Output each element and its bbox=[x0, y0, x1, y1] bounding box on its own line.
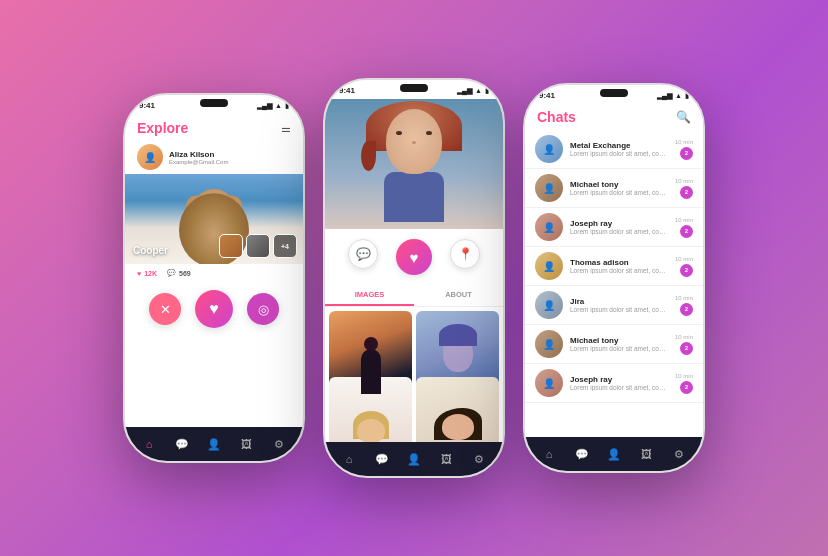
chat-badge-0: 2 bbox=[680, 147, 693, 160]
nav-home-1[interactable]: ⌂ bbox=[138, 433, 160, 455]
chat-item-2[interactable]: 👤 Joseph ray Lorem ipsum dolor sit amet,… bbox=[525, 208, 703, 247]
chat-preview-4: Lorem ipsum dolor sit amet, consectetur … bbox=[570, 306, 668, 313]
wifi-icon-3: ▲ bbox=[675, 92, 682, 99]
heart-button[interactable]: ♥ bbox=[396, 239, 432, 275]
nav-gallery-3[interactable]: 🖼 bbox=[635, 443, 657, 465]
chat-info-5: Michael tony Lorem ipsum dolor sit amet,… bbox=[570, 336, 668, 352]
girl-body bbox=[384, 172, 444, 222]
chat-list: 👤 Metal Exchange Lorem ipsum dolor sit a… bbox=[525, 130, 703, 437]
thumb-1[interactable] bbox=[219, 234, 243, 258]
nav-profile-2[interactable]: 👤 bbox=[403, 448, 425, 470]
chat-time-4: 10 min bbox=[675, 295, 693, 301]
battery-icon: ▮ bbox=[285, 102, 289, 110]
chat-time-6: 10 min bbox=[675, 373, 693, 379]
chat-avatar-3: 👤 bbox=[535, 252, 563, 280]
chat-info-1: Michael tony Lorem ipsum dolor sit amet,… bbox=[570, 180, 668, 196]
user-avatar: 👤 bbox=[137, 144, 163, 170]
chat-avatar-6: 👤 bbox=[535, 369, 563, 397]
chat-info-0: Metal Exchange Lorem ipsum dolor sit ame… bbox=[570, 141, 668, 157]
profile-tabs: IMAGES ABOUT bbox=[325, 285, 503, 307]
signal-icon-3: ▂▄▆ bbox=[657, 92, 672, 100]
instagram-button[interactable]: ◎ bbox=[247, 293, 279, 325]
girl-face bbox=[386, 109, 442, 174]
chat-item-4[interactable]: 👤 Jira Lorem ipsum dolor sit amet, conse… bbox=[525, 286, 703, 325]
nav-gallery-2[interactable]: 🖼 bbox=[435, 448, 457, 470]
chat-time-1: 10 min bbox=[675, 178, 693, 184]
chat-info-2: Joseph ray Lorem ipsum dolor sit amet, c… bbox=[570, 219, 668, 235]
chat-time-3: 10 min bbox=[675, 256, 693, 262]
status-icons-3: ▂▄▆ ▲ ▮ bbox=[657, 92, 689, 100]
nav-profile-1[interactable]: 👤 bbox=[203, 433, 225, 455]
chat-time-0: 10 min bbox=[675, 139, 693, 145]
chat-preview-2: Lorem ipsum dolor sit amet, consectetur … bbox=[570, 228, 668, 235]
chat-badge-6: 2 bbox=[680, 381, 693, 394]
notch-camera-2 bbox=[400, 84, 428, 92]
chat-name-4: Jira bbox=[570, 297, 668, 306]
chat-info-3: Thomas adison Lorem ipsum dolor sit amet… bbox=[570, 258, 668, 274]
chat-name-2: Joseph ray bbox=[570, 219, 668, 228]
chat-preview-3: Lorem ipsum dolor sit amet, consectetur … bbox=[570, 267, 668, 274]
location-button[interactable]: 📍 bbox=[450, 239, 480, 269]
filter-icon[interactable]: ⚌ bbox=[281, 122, 291, 135]
nav-settings-2[interactable]: ⚙ bbox=[468, 448, 490, 470]
nav-chat-3[interactable]: 💬 bbox=[571, 443, 593, 465]
stats-bar: ♥ 12K 💬 569 bbox=[125, 264, 303, 282]
thumb-more[interactable]: +4 bbox=[273, 234, 297, 258]
thumb-2[interactable] bbox=[246, 234, 270, 258]
photo-4[interactable] bbox=[416, 377, 499, 443]
wifi-icon: ▲ bbox=[275, 102, 282, 109]
chat-name-0: Metal Exchange bbox=[570, 141, 668, 150]
battery-icon-2: ▮ bbox=[485, 87, 489, 95]
chat-name-5: Michael tony bbox=[570, 336, 668, 345]
nav-home-2[interactable]: ⌂ bbox=[338, 448, 360, 470]
chat-item-1[interactable]: 👤 Michael tony Lorem ipsum dolor sit ame… bbox=[525, 169, 703, 208]
chat-item-0[interactable]: 👤 Metal Exchange Lorem ipsum dolor sit a… bbox=[525, 130, 703, 169]
like-button[interactable]: ♥ bbox=[195, 290, 233, 328]
pet-photo: Cooper +4 bbox=[125, 174, 303, 264]
chat-preview-5: Lorem ipsum dolor sit amet, consectetur … bbox=[570, 345, 668, 352]
battery-icon-3: ▮ bbox=[685, 92, 689, 100]
nav-chat-1[interactable]: 💬 bbox=[171, 433, 193, 455]
bottom-nav-1: ⌂ 💬 👤 🖼 ⚙ bbox=[125, 427, 303, 461]
time-3: 9:41 bbox=[539, 91, 555, 100]
phone-explore: 9:41 ▂▄▆ ▲ ▮ Explore ⚌ 👤 Aliza Kilson Ex… bbox=[123, 93, 305, 463]
chat-badge-4: 2 bbox=[680, 303, 693, 316]
bottom-nav-2: ⌂ 💬 👤 🖼 ⚙ bbox=[325, 442, 503, 476]
tab-about[interactable]: ABOUT bbox=[414, 285, 503, 306]
chat-avatar-5: 👤 bbox=[535, 330, 563, 358]
chat-meta-5: 10 min 2 bbox=[675, 334, 693, 355]
status-icons-1: ▂▄▆ ▲ ▮ bbox=[257, 102, 289, 110]
chat-preview-6: Lorem ipsum dolor sit amet, consectetur bbox=[570, 384, 668, 391]
nav-chat-2[interactable]: 💬 bbox=[371, 448, 393, 470]
explore-screen: Explore ⚌ 👤 Aliza Kilson Example@Gmail.C… bbox=[125, 114, 303, 427]
phone-chats: 9:41 ▂▄▆ ▲ ▮ Chats 🔍 👤 Metal Exchange Lo… bbox=[523, 83, 705, 473]
heart-icon: ♥ bbox=[137, 270, 141, 277]
chats-header: Chats 🔍 bbox=[525, 104, 703, 130]
chat-preview-1: Lorem ipsum dolor sit amet, consectetur … bbox=[570, 189, 668, 196]
nav-gallery-1[interactable]: 🖼 bbox=[235, 433, 257, 455]
nav-settings-1[interactable]: ⚙ bbox=[268, 433, 290, 455]
nav-profile-3[interactable]: 👤 bbox=[603, 443, 625, 465]
chat-item-3[interactable]: 👤 Thomas adison Lorem ipsum dolor sit am… bbox=[525, 247, 703, 286]
signal-icon: ▂▄▆ bbox=[257, 102, 272, 110]
profile-girl bbox=[374, 104, 454, 229]
image-grid bbox=[325, 307, 503, 442]
chats-title: Chats bbox=[537, 109, 576, 125]
chat-avatar-4: 👤 bbox=[535, 291, 563, 319]
chats-screen: Chats 🔍 👤 Metal Exchange Lorem ipsum dol… bbox=[525, 104, 703, 437]
chat-avatar-2: 👤 bbox=[535, 213, 563, 241]
nav-home-3[interactable]: ⌂ bbox=[538, 443, 560, 465]
search-icon[interactable]: 🔍 bbox=[676, 110, 691, 124]
chat-item-6[interactable]: 👤 Joseph ray Lorem ipsum dolor sit amet,… bbox=[525, 364, 703, 403]
nav-settings-3[interactable]: ⚙ bbox=[668, 443, 690, 465]
dislike-button[interactable]: ✕ bbox=[149, 293, 181, 325]
user-info: Aliza Kilson Example@Gmail.Com bbox=[169, 150, 228, 165]
tab-images[interactable]: IMAGES bbox=[325, 285, 414, 306]
chat-item-5[interactable]: 👤 Michael tony Lorem ipsum dolor sit ame… bbox=[525, 325, 703, 364]
chat-icon: 💬 bbox=[167, 269, 176, 277]
photo-thumbnails: +4 bbox=[219, 234, 297, 258]
chat-meta-0: 10 min 2 bbox=[675, 139, 693, 160]
time-1: 9:41 bbox=[139, 101, 155, 110]
user-email: Example@Gmail.Com bbox=[169, 159, 228, 165]
message-button[interactable]: 💬 bbox=[348, 239, 378, 269]
